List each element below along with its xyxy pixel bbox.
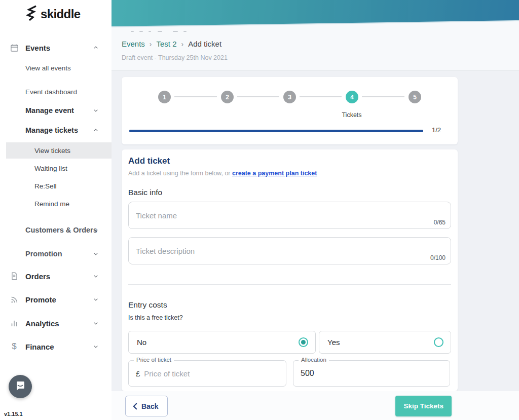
breadcrumb-current: Add ticket <box>188 40 221 48</box>
skip-tickets-label: Skip Tickets <box>403 402 443 410</box>
intro-text: Add a ticket using the form below, or <box>128 170 232 177</box>
step-5[interactable]: 5 <box>409 91 421 103</box>
form-intro: Add a ticket using the form below, or cr… <box>128 170 317 177</box>
calendar-icon <box>9 43 19 53</box>
sidebar-item-orders[interactable]: Orders <box>0 268 112 284</box>
skiddle-logo[interactable]: skiddle <box>25 5 81 24</box>
sidebar-item-customers-orders[interactable]: Customers & Orders <box>0 219 112 242</box>
option-label: No <box>137 338 299 347</box>
breadcrumb-separator: › <box>181 40 184 48</box>
stepper-card: 1 2 3 4 5 Tickets 1/2 <box>122 77 458 144</box>
sidebar-item-promotion[interactable]: Promotion <box>0 246 112 262</box>
breadcrumb-event-link[interactable]: Test 2 <box>157 40 177 48</box>
sidebar-item-label: View tickets <box>34 147 112 155</box>
step-1[interactable]: 1 <box>158 91 171 103</box>
ticket-description-field: 0/100 <box>128 237 451 264</box>
sidebar-item-view-all-events[interactable]: View all events <box>0 60 112 76</box>
sidebar-item-label: View all events <box>25 64 112 72</box>
back-button-label: Back <box>141 402 158 410</box>
allocation-input[interactable] <box>301 369 444 378</box>
step-connector <box>237 96 279 97</box>
chevron-down-icon <box>92 273 99 280</box>
progress-bar <box>129 130 423 132</box>
bar-chart-icon <box>9 318 19 328</box>
sidebar-item-promote[interactable]: Promote <box>0 291 112 308</box>
step-3[interactable]: 3 <box>283 91 296 103</box>
chevron-down-icon <box>92 296 99 303</box>
payment-plan-link[interactable]: create a payment plan ticket <box>232 170 317 177</box>
breadcrumb-separator: › <box>150 40 152 48</box>
radio-selected-icon <box>299 337 308 347</box>
chevron-down-icon <box>92 320 99 327</box>
faded-dashes <box>131 31 187 32</box>
sidebar-item-finance[interactable]: $ Finance <box>0 338 112 355</box>
breadcrumb: Events › Test 2 › Add ticket <box>122 40 221 48</box>
document-icon <box>9 271 19 281</box>
skip-tickets-button[interactable]: Skip Tickets <box>395 396 452 416</box>
allocation-field: Allocation <box>293 360 450 387</box>
skiddle-logo-text: skiddle <box>41 7 81 21</box>
active-step-label: Tickets <box>331 111 372 119</box>
entry-costs-title: Entry costs <box>128 300 167 310</box>
ticket-description-counter: 0/100 <box>430 254 446 261</box>
price-of-ticket-field: Price of ticket £ <box>128 360 286 387</box>
back-button[interactable]: Back <box>125 396 168 416</box>
dollar-icon: $ <box>9 341 19 352</box>
skiddle-logo-icon <box>25 5 39 24</box>
basic-info-title: Basic info <box>128 188 162 197</box>
chevron-down-icon <box>92 227 99 234</box>
step-connector <box>300 96 342 97</box>
chevron-down-icon <box>92 250 99 257</box>
chevron-up-icon <box>92 44 99 51</box>
ticket-name-input[interactable] <box>129 202 451 221</box>
free-ticket-option-no[interactable]: No <box>128 331 316 354</box>
sidebar-item-waiting-list[interactable]: Waiting list <box>0 160 112 176</box>
sidebar-item-event-dashboard[interactable]: Event dashboard <box>0 84 112 100</box>
chat-widget-button[interactable] <box>9 375 32 398</box>
progress-count: 1/2 <box>432 126 441 134</box>
ticket-name-field: 0/65 <box>128 202 451 229</box>
radio-unselected-icon <box>434 337 443 347</box>
section-divider <box>128 284 451 285</box>
chevron-down-icon <box>92 343 99 350</box>
app-version: v1.15.1 <box>4 411 23 417</box>
event-status-subtitle: Draft event - Thursday 25th Nov 2021 <box>122 54 228 61</box>
add-ticket-card: Add ticket Add a ticket using the form b… <box>122 149 458 391</box>
wizard-footer: Back Skip Tickets <box>112 391 519 420</box>
sidebar-item-remind-me[interactable]: Remind me <box>0 196 112 212</box>
sidebar-item-view-tickets[interactable]: View tickets <box>6 142 112 159</box>
free-ticket-option-yes[interactable]: Yes <box>319 331 451 354</box>
price-input[interactable] <box>144 369 281 378</box>
chevron-up-icon <box>92 127 99 134</box>
step-2[interactable]: 2 <box>221 91 234 103</box>
sidebar-item-label: Event dashboard <box>25 88 112 96</box>
chevron-down-icon <box>92 107 99 114</box>
currency-prefix: £ <box>136 369 140 378</box>
free-ticket-question: Is this a free ticket? <box>128 314 183 321</box>
main-content: Events › Test 2 › Add ticket Draft event… <box>112 0 519 420</box>
step-connector <box>362 96 404 97</box>
breadcrumb-events-link[interactable]: Events <box>122 40 145 48</box>
sidebar-item-label: Waiting list <box>34 165 112 172</box>
sidebar-item-label: Re:Sell <box>34 182 112 190</box>
option-label: Yes <box>327 338 434 347</box>
sidebar-item-events[interactable]: Events <box>0 40 112 56</box>
ticket-name-counter: 0/65 <box>434 219 446 226</box>
broadcast-icon <box>9 294 19 304</box>
sidebar: skiddle Events View all events Event das… <box>0 0 112 420</box>
step-connector <box>174 96 217 97</box>
sidebar-item-resell[interactable]: Re:Sell <box>0 178 112 194</box>
ticket-description-input[interactable] <box>129 238 451 257</box>
sidebar-item-analytics[interactable]: Analytics <box>0 315 112 331</box>
page-title: Add ticket <box>128 156 170 166</box>
chevron-left-icon <box>133 403 137 410</box>
sidebar-item-manage-event[interactable]: Manage event <box>0 102 112 119</box>
step-4-active[interactable]: 4 <box>346 91 358 103</box>
sidebar-item-label: Remind me <box>34 200 112 208</box>
sidebar-item-manage-tickets[interactable]: Manage tickets <box>0 122 112 138</box>
chat-icon <box>14 379 26 394</box>
